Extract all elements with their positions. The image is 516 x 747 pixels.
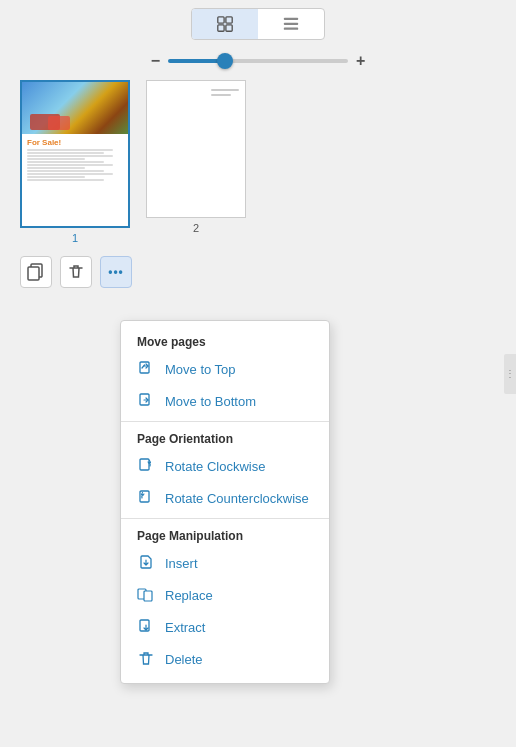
zoom-slider[interactable] [168, 59, 348, 63]
svg-rect-14 [144, 591, 152, 601]
page-2-container: 2 [146, 80, 246, 234]
svg-rect-3 [226, 25, 232, 31]
dropdown-menu: Move pages Move to Top Move to Bottom Pa… [120, 320, 330, 684]
action-row: ••• [0, 248, 516, 296]
svg-rect-15 [140, 620, 149, 631]
page-1-image [22, 82, 128, 134]
svg-rect-0 [218, 17, 224, 23]
page-1-thumbnail[interactable]: For Sale! [20, 80, 130, 228]
page-1-line [27, 149, 113, 151]
rotate-ccw-icon [137, 489, 155, 507]
thumbnails-area: For Sale! 1 2 [0, 80, 516, 244]
extract-label: Extract [165, 620, 205, 635]
page-1-line [27, 161, 104, 163]
page-1-line [27, 179, 104, 181]
delete-menu-item[interactable]: Delete [121, 643, 329, 675]
resize-handle[interactable]: ⋮ [504, 354, 516, 394]
page-1-line [27, 176, 85, 178]
insert-item[interactable]: Insert [121, 547, 329, 579]
move-top-icon [137, 360, 155, 378]
page-1-line [27, 155, 113, 157]
zoom-plus-button[interactable]: + [356, 52, 365, 70]
svg-rect-2 [218, 25, 224, 31]
rotate-counterclockwise-label: Rotate Counterclockwise [165, 491, 309, 506]
page-manipulation-section-title: Page Manipulation [121, 523, 329, 547]
replace-label: Replace [165, 588, 213, 603]
divider-1 [121, 421, 329, 422]
delete-menu-label: Delete [165, 652, 203, 667]
list-view-button[interactable] [258, 9, 324, 39]
page-1-container: For Sale! 1 [20, 80, 130, 244]
insert-icon [137, 554, 155, 572]
page-1-line [27, 170, 104, 172]
rotate-clockwise-item[interactable]: Rotate Clockwise [121, 450, 329, 482]
extract-icon [137, 618, 155, 636]
replace-icon [137, 586, 155, 604]
duplicate-button[interactable] [20, 256, 52, 288]
move-to-bottom-item[interactable]: Move to Bottom [121, 385, 329, 417]
svg-rect-8 [28, 267, 39, 280]
insert-label: Insert [165, 556, 198, 571]
zoom-row: − + [0, 48, 516, 80]
page-2-number: 2 [193, 222, 199, 234]
extract-item[interactable]: Extract [121, 611, 329, 643]
svg-rect-4 [284, 18, 298, 20]
page-1-content: For Sale! [22, 134, 128, 186]
view-toggle [191, 8, 325, 40]
page-1-line [27, 158, 85, 160]
page-orientation-section-title: Page Orientation [121, 426, 329, 450]
page-2-thumbnail[interactable] [146, 80, 246, 218]
page-1-title: For Sale! [27, 138, 123, 147]
move-to-bottom-label: Move to Bottom [165, 394, 256, 409]
move-bottom-icon [137, 392, 155, 410]
page-1-line [27, 164, 113, 166]
resize-handle-icon: ⋮ [505, 368, 515, 379]
rotate-counterclockwise-item[interactable]: Rotate Counterclockwise [121, 482, 329, 514]
grid-view-button[interactable] [192, 9, 258, 39]
divider-2 [121, 518, 329, 519]
page-1-line [27, 173, 113, 175]
page-1-line [27, 167, 85, 169]
move-to-top-label: Move to Top [165, 362, 236, 377]
zoom-minus-button[interactable]: − [151, 52, 160, 70]
rotate-cw-icon [137, 457, 155, 475]
svg-rect-6 [284, 28, 298, 30]
delete-menu-icon [137, 650, 155, 668]
svg-rect-11 [140, 459, 149, 470]
replace-item[interactable]: Replace [121, 579, 329, 611]
more-label: ••• [108, 265, 124, 279]
move-pages-section-title: Move pages [121, 329, 329, 353]
page-1-number: 1 [72, 232, 78, 244]
delete-button[interactable] [60, 256, 92, 288]
more-options-button[interactable]: ••• [100, 256, 132, 288]
page-1-line [27, 152, 104, 154]
svg-rect-9 [140, 362, 149, 373]
move-to-top-item[interactable]: Move to Top [121, 353, 329, 385]
svg-rect-1 [226, 17, 232, 23]
rotate-clockwise-label: Rotate Clockwise [165, 459, 265, 474]
top-toolbar [0, 0, 516, 48]
svg-rect-5 [284, 23, 298, 25]
